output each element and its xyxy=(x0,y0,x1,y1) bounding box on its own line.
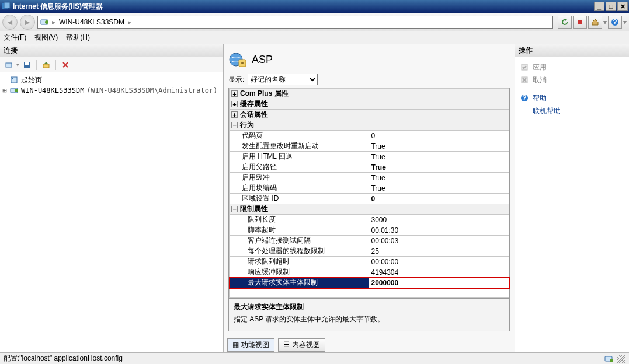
breadcrumb[interactable]: ▸ WIN-U48KLS33SDM ▸ xyxy=(37,16,553,29)
home-button[interactable] xyxy=(588,16,602,29)
server-icon xyxy=(40,18,48,26)
prop-chunked[interactable]: 启用块编码True xyxy=(230,183,509,194)
refresh-all-button[interactable] xyxy=(558,16,572,29)
prop-queuelen[interactable]: 队列长度3000 xyxy=(230,215,509,225)
prop-localeid[interactable]: 区域设置 ID0 xyxy=(230,194,509,204)
svg-rect-1 xyxy=(4,2,10,8)
actions-header: 操作 xyxy=(515,44,629,57)
status-server-icon xyxy=(604,354,614,363)
center-pane: ASP 显示: 好记的名称 +Com Plus 属性 +缓存属性 +会话属性 −… xyxy=(224,44,515,352)
cat-behavior[interactable]: −行为 xyxy=(230,120,509,131)
expand-icon[interactable]: ⊞ xyxy=(1,86,8,94)
menu-help[interactable]: 帮助(H) xyxy=(66,33,90,43)
svg-rect-7 xyxy=(6,63,12,67)
view-tabs: ▦功能视图 ☰内容视图 xyxy=(224,337,515,352)
navbar: ◄ ► ▸ WIN-U48KLS33SDM ▸ ▾ ? ▾ xyxy=(0,13,629,32)
svg-rect-9 xyxy=(25,62,29,65)
prop-buffering[interactable]: 启用缓冲True xyxy=(230,173,509,183)
close-button[interactable]: ✕ xyxy=(617,2,628,11)
prop-maxreqentity[interactable]: 最大请求实体主体限制2000000 xyxy=(230,278,509,288)
connections-tree[interactable]: 起始页 ⊞ WIN-U48KLS33SDM (WIN-U48KLS33SDM\A… xyxy=(0,72,223,352)
cat-session[interactable]: +会话属性 xyxy=(230,110,509,120)
svg-rect-10 xyxy=(43,64,49,68)
breadcrumb-sep-icon: ▸ xyxy=(128,18,131,26)
tree-host-paren: (WIN-U48KLS33SDM\Administrator) xyxy=(86,86,217,94)
svg-point-23 xyxy=(610,359,613,362)
features-icon: ▦ xyxy=(232,341,239,349)
resize-grip[interactable] xyxy=(617,355,625,363)
tree-host[interactable]: ⊞ WIN-U48KLS33SDM (WIN-U48KLS33SDM\Admin… xyxy=(1,85,222,96)
svg-point-17 xyxy=(241,62,244,64)
menubar: 文件(F) 视图(V) 帮助(H) xyxy=(0,32,629,44)
description-body: 指定 ASP 请求的实体主体中允许的最大字节数。 xyxy=(234,314,505,324)
action-cancel[interactable]: 取消 xyxy=(517,74,627,86)
connect-button[interactable] xyxy=(2,59,15,71)
app-icon xyxy=(1,2,11,11)
prop-codepage[interactable]: 代码页0 xyxy=(230,131,509,141)
cat-complus[interactable]: +Com Plus 属性 xyxy=(230,89,509,99)
server-icon xyxy=(9,86,19,95)
save-button[interactable] xyxy=(20,59,33,71)
prop-reqqueueto[interactable]: 请求队列超时00:00:00 xyxy=(230,257,509,267)
tab-content-view[interactable]: ☰内容视图 xyxy=(278,338,325,352)
svg-rect-4 xyxy=(578,20,582,24)
description-box: 最大请求实体主体限制 指定 ASP 请求的实体主体中允许的最大字节数。 xyxy=(228,299,510,331)
menu-file[interactable]: 文件(F) xyxy=(4,33,26,43)
cat-cache[interactable]: +缓存属性 xyxy=(230,99,509,110)
property-grid[interactable]: +Com Plus 属性 +缓存属性 +会话属性 −行为 代码页0 发生配置更改… xyxy=(228,88,510,299)
maximize-button[interactable]: □ xyxy=(606,2,616,11)
breadcrumb-sep-icon: ▸ xyxy=(52,18,55,26)
connections-header: 连接 xyxy=(0,44,223,57)
actions-pane: 操作 应用 取消 ? 帮助 联机帮助 xyxy=(515,44,629,352)
prop-scripttimeout[interactable]: 脚本超时00:01:30 xyxy=(230,225,509,236)
window-title: Internet 信息服务(IIS)管理器 xyxy=(13,2,594,12)
apply-icon xyxy=(520,62,529,72)
cat-limits[interactable]: −限制属性 xyxy=(230,204,509,215)
delete-button[interactable] xyxy=(59,59,72,71)
prop-respbuf[interactable]: 响应缓冲限制4194304 xyxy=(230,267,509,278)
status-text: 配置:"localhost" applicationHost.config xyxy=(4,354,123,363)
action-online-help[interactable]: 联机帮助 xyxy=(517,104,627,117)
up-button[interactable] xyxy=(40,59,53,71)
prop-restart[interactable]: 发生配置更改时重新启动True xyxy=(230,141,509,152)
asp-icon xyxy=(228,50,247,69)
svg-point-14 xyxy=(15,89,18,92)
forward-button[interactable]: ► xyxy=(20,15,35,30)
display-select[interactable]: 好记的名称 xyxy=(248,74,318,85)
start-page-icon xyxy=(9,75,19,85)
content-icon: ☰ xyxy=(283,341,290,349)
display-label: 显示: xyxy=(228,75,244,85)
tree-host-label: WIN-U48KLS33SDM xyxy=(20,86,85,94)
cancel-icon xyxy=(520,75,529,85)
prop-htmlfallback[interactable]: 启用 HTML 回退True xyxy=(230,152,509,162)
prop-threadsperproc[interactable]: 每个处理器的线程数限制25 xyxy=(230,246,509,257)
tab-features-view[interactable]: ▦功能视图 xyxy=(227,338,274,352)
connections-toolbar: ▾ xyxy=(0,57,223,72)
svg-text:?: ? xyxy=(613,18,617,26)
back-button[interactable]: ◄ xyxy=(2,15,18,30)
svg-rect-12 xyxy=(12,78,13,79)
help-button[interactable]: ? xyxy=(608,16,622,29)
statusbar: 配置:"localhost" applicationHost.config xyxy=(0,352,629,364)
page-title: ASP xyxy=(252,54,273,66)
connections-pane: 连接 ▾ 起始页 ⊞ WIN-U48KLS33SDM (WIN-U48KLS33… xyxy=(0,44,224,352)
titlebar: Internet 信息服务(IIS)管理器 _ □ ✕ xyxy=(0,0,629,13)
breadcrumb-host[interactable]: WIN-U48KLS33SDM xyxy=(59,18,124,26)
menu-view[interactable]: 视图(V) xyxy=(34,33,58,43)
tree-start-page[interactable]: 起始页 xyxy=(1,75,222,85)
action-help[interactable]: ? 帮助 xyxy=(517,92,627,104)
stop-button[interactable] xyxy=(573,16,587,29)
help-icon: ? xyxy=(520,93,529,103)
prop-clientconn[interactable]: 客户端连接测试间隔00:00:03 xyxy=(230,236,509,246)
action-apply[interactable]: 应用 xyxy=(517,61,627,74)
description-title: 最大请求实体主体限制 xyxy=(234,302,505,312)
prop-parentpaths[interactable]: 启用父路径True xyxy=(230,162,509,173)
svg-point-3 xyxy=(45,20,48,24)
minimize-button[interactable]: _ xyxy=(594,2,604,11)
svg-text:?: ? xyxy=(522,94,526,102)
tree-start-label: 起始页 xyxy=(20,75,43,85)
